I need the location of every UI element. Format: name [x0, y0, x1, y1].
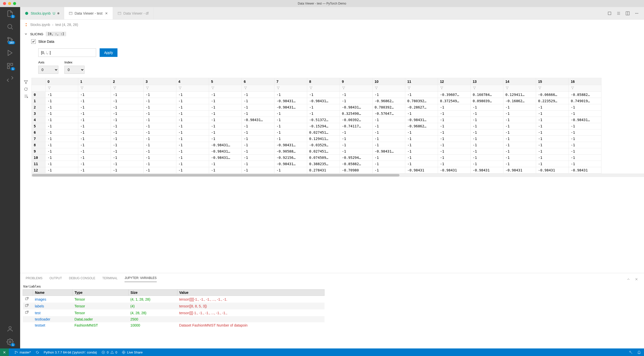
cell[interactable]: -1 — [503, 111, 536, 117]
cell[interactable]: -1 — [144, 161, 176, 167]
cell[interactable]: -1 — [503, 123, 536, 129]
table-row[interactable]: 6-1-1-1-1-1-1-1-10.027451…-1-1-1-1-1-1-1… — [32, 129, 601, 136]
cell[interactable]: -1 — [503, 104, 536, 111]
cell[interactable]: -0.98431… — [274, 142, 307, 148]
column-filter[interactable] — [46, 85, 78, 92]
run-debug-icon[interactable] — [7, 49, 14, 56]
cell[interactable]: -0.85882… — [340, 161, 373, 167]
cell[interactable]: -1 — [307, 92, 340, 98]
cell[interactable]: -1 — [46, 167, 78, 173]
table-row[interactable]: 11-1-1-1-1-1-1-1-0.98431…0.388235…-0.858… — [32, 161, 601, 167]
cell[interactable]: -1 — [274, 92, 307, 98]
cell[interactable]: 0.780392… — [373, 104, 405, 111]
cell[interactable]: -0.85882… — [569, 92, 601, 98]
cell[interactable]: -1 — [405, 92, 438, 98]
cell[interactable]: -1 — [144, 142, 176, 148]
column-filter[interactable] — [569, 85, 601, 92]
remote-indicator[interactable] — [0, 348, 9, 356]
cell[interactable]: -1 — [46, 98, 78, 104]
cell[interactable]: -0.98431 — [405, 167, 438, 173]
window-minimize-button[interactable] — [8, 2, 11, 5]
cell[interactable]: -1 — [111, 167, 144, 173]
tab-stocks[interactable]: Stocks.ipynb U — [20, 7, 64, 19]
cell[interactable]: -1 — [373, 123, 405, 129]
cell[interactable]: -1 — [471, 142, 503, 148]
cell[interactable]: 0.372549… — [438, 98, 471, 104]
cell[interactable]: -0.51372… — [307, 117, 340, 123]
panel-tab[interactable]: PROBLEMS — [26, 276, 43, 282]
cell[interactable]: -0.96862… — [373, 98, 405, 104]
cell[interactable]: -1 — [471, 117, 503, 123]
cell[interactable]: -1 — [78, 136, 111, 142]
table-row[interactable]: 10-1-1-1-1-1-0.98431…-1-0.92156…0.074509… — [32, 155, 601, 161]
cell[interactable]: -1 — [242, 123, 274, 129]
column-filter[interactable] — [242, 85, 274, 92]
cell[interactable]: -1 — [46, 129, 78, 136]
cell[interactable]: -1 — [78, 155, 111, 161]
filter-icon[interactable] — [24, 80, 28, 84]
cell[interactable]: -1 — [536, 136, 569, 142]
cell[interactable]: -1 — [405, 142, 438, 148]
table-row[interactable]: 12-1-1-1-1-1-1-1-10.278431-0.70980-1-0.9… — [32, 167, 601, 173]
cell[interactable]: -1 — [471, 148, 503, 155]
cell[interactable]: -1 — [144, 129, 176, 136]
cell[interactable]: -1 — [176, 167, 209, 173]
cell[interactable]: -1 — [274, 136, 307, 142]
cell[interactable]: 0.749019… — [569, 98, 601, 104]
column-filter[interactable] — [144, 85, 176, 92]
more-icon[interactable] — [634, 11, 639, 16]
cell[interactable]: -1 — [536, 155, 569, 161]
cell[interactable]: -1 — [176, 123, 209, 129]
column-filter[interactable] — [307, 85, 340, 92]
cell[interactable]: -1 — [144, 155, 176, 161]
cell[interactable]: -1 — [144, 111, 176, 117]
cell[interactable]: -0.98431… — [274, 98, 307, 104]
cell[interactable]: -0.98431… — [274, 104, 307, 111]
cell[interactable]: -1 — [209, 136, 242, 142]
clear-filters-icon[interactable] — [24, 94, 28, 98]
column-header[interactable]: 8 — [307, 78, 340, 85]
cell[interactable]: -1 — [242, 111, 274, 117]
cell[interactable]: -1 — [144, 167, 176, 173]
cell[interactable]: -1 — [340, 148, 373, 155]
cell[interactable]: -1 — [46, 104, 78, 111]
table-row[interactable]: 7-1-1-1-1-1-1-1-10.129411…-1-1-1-1-1-1-1… — [32, 136, 601, 142]
column-header[interactable]: 3 — [144, 78, 176, 85]
cell[interactable]: -1 — [176, 155, 209, 161]
cell[interactable]: -1 — [438, 123, 471, 129]
cell[interactable]: -1 — [373, 142, 405, 148]
cell[interactable]: -1 — [438, 161, 471, 167]
cell[interactable]: -1 — [307, 104, 340, 111]
cell[interactable]: -0.98431… — [405, 117, 438, 123]
cell[interactable]: -1 — [471, 123, 503, 129]
cell[interactable]: -1 — [242, 148, 274, 155]
panel-tab[interactable]: DEBUG CONSOLE — [69, 276, 95, 282]
column-header[interactable]: 16 — [569, 78, 601, 85]
cell[interactable]: -1 — [438, 111, 471, 117]
cell[interactable]: -1 — [111, 155, 144, 161]
cell[interactable]: -1 — [373, 92, 405, 98]
notifications-icon[interactable] — [637, 350, 641, 354]
cell[interactable]: -1 — [438, 155, 471, 161]
cell[interactable]: -0.15294… — [307, 123, 340, 129]
cell[interactable]: -1 — [111, 123, 144, 129]
cell[interactable]: -1 — [144, 117, 176, 123]
panel-tab[interactable]: OUTPUT — [50, 276, 62, 282]
cell[interactable]: -1 — [209, 92, 242, 98]
cell[interactable]: -1 — [111, 129, 144, 136]
cell[interactable]: -1 — [176, 111, 209, 117]
cell[interactable]: -0.98431 — [503, 167, 536, 173]
cell[interactable]: -1 — [438, 129, 471, 136]
table-row[interactable]: 8-1-1-1-1-1-0.98431…-1-0.98431…-0.03529…… — [32, 142, 601, 148]
source-control-icon[interactable]: 103 — [7, 36, 14, 43]
python-interpreter-item[interactable]: Python 3.7.7 64-bit ('pytorch': conda) — [44, 350, 97, 354]
panel-chevron-icon[interactable] — [626, 277, 630, 281]
column-header[interactable]: 15 — [536, 78, 569, 85]
column-header[interactable]: 4 — [176, 78, 209, 85]
cell[interactable]: -0.57647… — [373, 111, 405, 117]
problems-item[interactable]: 0 0 — [101, 350, 117, 354]
table-row[interactable]: 4-1-1-1-1-1-1-0.98431…-1-0.51372…-0.0039… — [32, 117, 601, 123]
cell[interactable]: -1 — [569, 161, 601, 167]
cell[interactable]: -1 — [242, 167, 274, 173]
cell[interactable]: -1 — [373, 161, 405, 167]
